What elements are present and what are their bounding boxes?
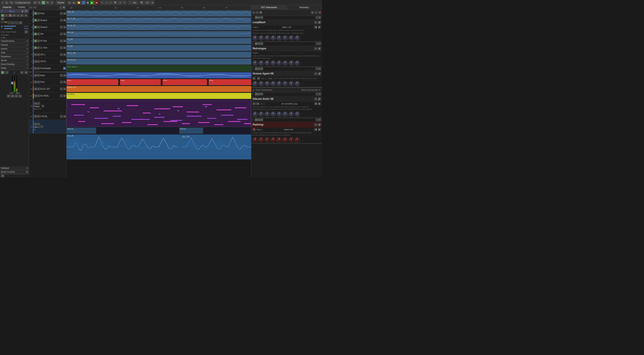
halion-link[interactable]: 🔗 xyxy=(318,98,321,100)
clip-vocal2[interactable]: VOCAL xyxy=(179,128,203,134)
track-row-lotom[interactable]: 7 M S Lo Tom ● ◀ xyxy=(29,44,66,51)
ps-knob-6[interactable] xyxy=(283,137,288,142)
chords-section[interactable]: Chords + xyxy=(0,43,29,47)
ga-midi[interactable]: M xyxy=(258,67,260,70)
ohl-e[interactable]: ● xyxy=(60,53,63,56)
track-row-elecgit[interactable]: 13 M S ELEC GIT ● ◀ xyxy=(29,86,66,92)
padshop-power[interactable]: ⊙ xyxy=(255,118,258,121)
ohl-s[interactable]: S xyxy=(37,53,40,56)
pencil-btn[interactable]: ✏ xyxy=(122,1,126,4)
add-track-btn[interactable]: + xyxy=(60,6,62,9)
snare2-s[interactable]: S xyxy=(37,26,40,28)
lm-knob-4[interactable] xyxy=(271,35,276,40)
vox1-s[interactable]: S xyxy=(37,123,40,125)
ohl-m[interactable]: M xyxy=(34,53,37,56)
vox1-e[interactable]: ● xyxy=(40,125,43,128)
halion-power[interactable]: ⊙ xyxy=(255,93,258,95)
track-row-overheads[interactable]: 10 M S Overheads ⊕ xyxy=(29,65,66,72)
track-row-bass[interactable]: 11 M S bass ● ◀ xyxy=(29,72,66,79)
rewind-btn[interactable]: ⏮ xyxy=(72,1,76,4)
halion-arrow[interactable]: → xyxy=(316,93,318,95)
touch-mode[interactable]: Touch ▾ xyxy=(56,1,66,4)
track-row-piano[interactable]: 15 M S Piano ⊞ ⊟ ≡ ⊕ ● xyxy=(29,99,66,113)
bass-e[interactable]: ● xyxy=(60,74,63,77)
mode-s[interactable]: S xyxy=(38,1,41,4)
cursor-btn[interactable]: ↖ xyxy=(100,1,104,4)
piano-s[interactable]: S xyxy=(37,102,40,105)
halion-next[interactable]: ▶ xyxy=(318,102,321,105)
perc-s[interactable]: S xyxy=(37,81,40,83)
hitom-m[interactable]: M xyxy=(34,39,37,42)
fader-section[interactable]: Fader + xyxy=(0,66,29,70)
clip-perc1[interactable]: Perc xyxy=(66,79,118,85)
ohr-r[interactable]: ◀ xyxy=(63,60,66,63)
hh-m[interactable]: M xyxy=(34,33,37,35)
ga-knob-2[interactable] xyxy=(259,81,264,86)
sends-section[interactable]: Sends + xyxy=(0,58,29,62)
tracks-area[interactable]: Kick_08 Sn_T_08 Sn_B_08 xyxy=(66,10,251,177)
lm-knob-2[interactable] xyxy=(259,35,264,40)
fader-w-btn[interactable]: W xyxy=(24,71,28,74)
elecgit-s[interactable]: S xyxy=(37,87,40,90)
retrologue-expand[interactable]: ▾ xyxy=(314,47,317,50)
insp-r-btn[interactable]: R xyxy=(8,14,12,17)
insp-pad1[interactable] xyxy=(1,21,4,23)
padshop-midi[interactable]: M xyxy=(258,118,260,121)
hh-r[interactable]: ◀ xyxy=(63,33,66,35)
strip-section[interactable]: Strip + xyxy=(0,51,29,55)
retrologue-arrow[interactable]: → xyxy=(316,42,318,45)
padshop-x[interactable]: ✕ xyxy=(318,118,321,121)
hh-s[interactable]: S xyxy=(37,33,40,35)
overheads-m[interactable]: M xyxy=(34,67,37,70)
padshop-settings[interactable]: ⚙ xyxy=(260,118,263,121)
lotom-e[interactable]: ● xyxy=(60,46,63,49)
clip-perc3[interactable]: Perc xyxy=(162,79,207,85)
preset-settings[interactable]: ⚙ xyxy=(24,30,28,33)
padshop-prev[interactable]: ◀ xyxy=(314,128,317,131)
rt-knob-8[interactable] xyxy=(295,60,300,66)
perc-r[interactable]: ◀ xyxy=(63,81,66,83)
lm-knob-3[interactable] xyxy=(265,35,270,40)
loopmash-midi[interactable]: M xyxy=(258,16,260,19)
ps-knob-2[interactable] xyxy=(259,137,264,142)
snare1-e[interactable]: ● xyxy=(60,19,63,22)
tab-inspector[interactable]: Inspector xyxy=(0,5,14,9)
snare1-r[interactable]: ◀ xyxy=(63,19,66,22)
back-btn[interactable]: ⏪ xyxy=(76,1,81,4)
clip-snare2[interactable]: Sn_B_08 xyxy=(66,24,251,30)
clip-vox1[interactable]: vox_06 vox_04 xyxy=(66,134,251,159)
halion-m-btn[interactable]: M xyxy=(256,102,259,105)
fader-handle[interactable] xyxy=(11,82,13,84)
ps-knob-4[interactable] xyxy=(271,137,276,142)
track-row-kick[interactable]: 2 M S Kick ● ◀ xyxy=(29,10,66,17)
track-row-ohl[interactable]: 8 M S OH L ● ◀ xyxy=(29,51,66,58)
hitom-r[interactable]: ◀ xyxy=(63,39,66,42)
snare1-m[interactable]: M xyxy=(34,19,37,22)
insp-m-btn[interactable]: M xyxy=(1,14,4,17)
track-versions-section[interactable]: TrackVersions ≡ xyxy=(0,39,29,43)
ga-knob-8[interactable] xyxy=(295,81,300,86)
track-row-acreal[interactable]: 14 M S Ac REAL ● ◀ xyxy=(29,92,66,99)
bass-r[interactable]: ◀ xyxy=(63,74,66,77)
ha-knob-2[interactable] xyxy=(259,111,264,117)
stop-btn[interactable]: ■ xyxy=(86,1,90,4)
inserts-section[interactable]: Inserts + xyxy=(0,47,29,51)
clip-hh[interactable]: HH_08 xyxy=(66,31,251,37)
clip-lotom[interactable]: T2_08 xyxy=(66,45,251,51)
play-btn[interactable]: ▶ xyxy=(90,1,94,4)
ga-r-btn[interactable]: R xyxy=(253,77,256,80)
fader-m-btn[interactable]: M xyxy=(1,71,4,74)
cycle-btn[interactable]: ↻ xyxy=(82,1,86,4)
insp-pad2[interactable] xyxy=(4,21,7,23)
vocal-s[interactable]: S xyxy=(37,115,40,118)
vocal-r[interactable]: ◀ xyxy=(63,115,66,118)
hh-e[interactable]: ● xyxy=(60,33,63,35)
vst-search-btn[interactable]: 🔍 xyxy=(260,11,262,14)
elecgit-r[interactable]: ◀ xyxy=(63,87,66,90)
configurations-dropdown[interactable]: Configurations ▾ xyxy=(14,1,31,4)
halion-expand[interactable]: ▾ xyxy=(314,98,317,100)
ps-knob-3[interactable] xyxy=(265,137,270,142)
fader-k2-btn[interactable]: K xyxy=(18,95,22,98)
acreal-m[interactable]: M xyxy=(34,94,37,97)
ha-knob-7[interactable] xyxy=(289,111,294,117)
